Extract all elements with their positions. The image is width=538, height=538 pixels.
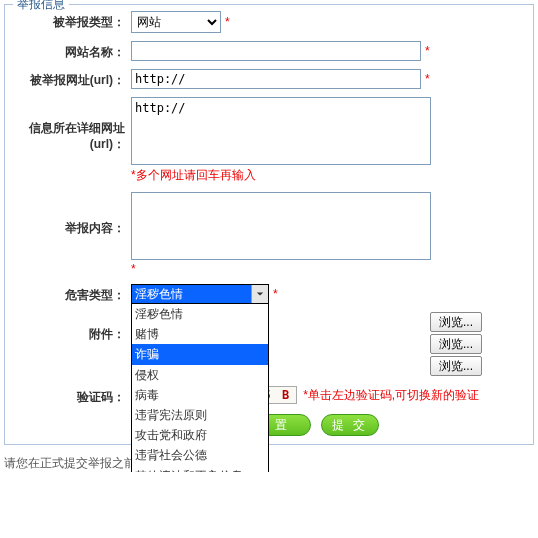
target-url-input[interactable] (131, 69, 421, 89)
label-report-type: 被举报类型： (13, 11, 131, 31)
label-content: 举报内容： (13, 192, 131, 237)
harm-type-option[interactable]: 赌博 (132, 324, 268, 344)
harm-type-option[interactable]: 淫秽色情 (132, 304, 268, 324)
captcha-hint: *单击左边验证码,可切换新的验证 (303, 387, 479, 404)
harm-type-option[interactable]: 违背宪法原则 (132, 405, 268, 425)
required-mark: * (273, 287, 278, 301)
harm-type-option[interactable]: 诈骗 (132, 344, 268, 364)
multi-url-hint: *多个网址请回车再输入 (131, 167, 256, 184)
harm-type-selected-text: 淫秽色情 (132, 285, 251, 303)
label-target-url: 被举报网址(url)： (13, 69, 131, 89)
harm-type-option[interactable]: 攻击党和政府 (132, 425, 268, 445)
harm-type-option[interactable]: 违背社会公德 (132, 445, 268, 465)
harm-type-option[interactable]: 其他违法和不良信息 (132, 466, 268, 473)
submit-button[interactable]: 提 交 (321, 414, 379, 436)
browse-button[interactable]: 浏览... (430, 356, 482, 376)
detail-url-textarea[interactable]: http:// (131, 97, 431, 165)
required-mark: * (425, 44, 430, 58)
chevron-down-icon[interactable] (251, 285, 268, 303)
browse-button[interactable]: 浏览... (430, 312, 482, 332)
harm-type-select[interactable]: 淫秽色情 (131, 284, 269, 304)
harm-type-option[interactable]: 病毒 (132, 385, 268, 405)
site-name-input[interactable] (131, 41, 421, 61)
harm-type-option[interactable]: 侵权 (132, 365, 268, 385)
report-type-select[interactable]: 网站 (131, 11, 221, 33)
required-mark: * (425, 72, 430, 86)
label-attachment: 附件： (13, 312, 131, 343)
label-site-name: 网站名称： (13, 41, 131, 61)
fieldset-legend: 举报信息 (13, 0, 69, 13)
label-harm-type: 危害类型： (13, 284, 131, 304)
footer-text: 请您在正式提交举报之前 (0, 449, 538, 472)
browse-button[interactable]: 浏览... (430, 334, 482, 354)
required-mark: * (225, 15, 230, 29)
required-mark: * (131, 262, 136, 276)
report-content-textarea[interactable] (131, 192, 431, 260)
label-detail-url: 信息所在详细网址 (url)： (13, 97, 131, 152)
harm-type-dropdown-list: 淫秽色情赌博诈骗侵权病毒违背宪法原则攻击党和政府违背社会公德其他违法和不良信息宣… (131, 303, 269, 472)
label-captcha: 验证码： (13, 386, 131, 406)
